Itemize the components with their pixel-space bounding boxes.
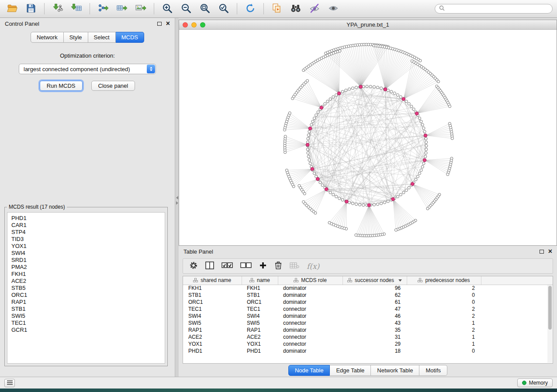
column-header-shared-name[interactable]: shared name: [183, 276, 242, 285]
network-node[interactable]: [307, 155, 310, 158]
network-node[interactable]: [329, 98, 332, 100]
network-node[interactable]: [307, 138, 309, 140]
network-node[interactable]: [408, 186, 410, 189]
network-node[interactable]: [298, 184, 301, 187]
network-node[interactable]: [421, 165, 424, 168]
network-node[interactable]: [319, 181, 322, 184]
scrollbar-thumb[interactable]: [548, 286, 552, 330]
network-node[interactable]: [351, 87, 354, 89]
function-builder-button[interactable]: f(x): [307, 262, 319, 271]
import-network-button[interactable]: [50, 2, 66, 16]
tab-node-table[interactable]: Node Table: [288, 365, 330, 376]
network-node[interactable]: [351, 202, 354, 205]
clone-network-button[interactable]: [269, 2, 285, 16]
network-node[interactable]: [437, 80, 439, 83]
delete-column-button[interactable]: [274, 261, 282, 271]
column-header-name[interactable]: name: [242, 276, 278, 285]
run-mcds-button[interactable]: Run MCDS: [40, 81, 83, 91]
network-node[interactable]: [425, 141, 428, 144]
zoom-out-button[interactable]: [178, 2, 194, 16]
network-node[interactable]: [359, 203, 361, 206]
network-node[interactable]: [285, 169, 288, 172]
mcds-result-item[interactable]: CAR1: [11, 222, 161, 229]
network-window-titlebar[interactable]: YPA_prune.txt_1: [179, 20, 557, 30]
column-header-MCDS-role[interactable]: MCDS role: [278, 276, 343, 285]
panel-splitter[interactable]: [175, 18, 179, 377]
tab-select[interactable]: Select: [88, 32, 116, 43]
network-node[interactable]: [418, 117, 421, 120]
network-node[interactable]: [373, 86, 375, 88]
zoom-in-button[interactable]: [159, 2, 175, 16]
close-window-icon[interactable]: [183, 22, 188, 28]
network-node[interactable]: [396, 94, 399, 96]
network-node[interactable]: [424, 155, 427, 158]
network-node[interactable]: [339, 50, 341, 52]
table-row[interactable]: RAP1RAP1dominator352: [183, 327, 553, 334]
mcds-result-item[interactable]: PMA2: [11, 264, 161, 271]
dominator-node[interactable]: [308, 127, 312, 130]
table-row[interactable]: ACE2ACE2connector311: [183, 334, 553, 340]
network-node[interactable]: [448, 105, 451, 107]
table-row[interactable]: ORC1ORC1dominator610: [183, 299, 553, 306]
show-hide-button[interactable]: [325, 2, 341, 16]
export-network-button[interactable]: [95, 2, 111, 16]
network-node[interactable]: [410, 105, 413, 108]
dominator-node[interactable]: [359, 85, 363, 89]
network-node[interactable]: [335, 94, 338, 96]
network-node[interactable]: [405, 100, 408, 103]
dominator-node[interactable]: [337, 92, 341, 95]
network-node[interactable]: [307, 134, 310, 136]
table-row[interactable]: YOX1YOX1connector291: [183, 340, 553, 347]
network-node[interactable]: [425, 151, 427, 154]
tab-network[interactable]: Network: [31, 32, 64, 43]
dominator-node[interactable]: [402, 97, 405, 101]
table-row[interactable]: PHD1PHD1dominator180: [183, 347, 553, 354]
network-node[interactable]: [425, 144, 428, 147]
mcds-result-item[interactable]: TEC1: [11, 320, 161, 327]
network-node[interactable]: [355, 234, 357, 236]
network-node[interactable]: [341, 90, 344, 93]
network-node[interactable]: [355, 86, 357, 89]
control-panel-float-button[interactable]: [157, 22, 162, 26]
zoom-selected-button[interactable]: [216, 2, 232, 16]
dominator-node[interactable]: [320, 106, 323, 110]
network-node[interactable]: [422, 162, 425, 165]
network-node[interactable]: [418, 172, 421, 175]
network-node[interactable]: [399, 193, 402, 196]
show-column-button[interactable]: [205, 261, 214, 271]
dominator-node[interactable]: [311, 167, 314, 171]
network-node[interactable]: [309, 162, 311, 165]
dominator-node[interactable]: [423, 158, 426, 162]
network-node[interactable]: [345, 89, 347, 92]
network-node[interactable]: [422, 127, 425, 129]
open-file-button[interactable]: [4, 2, 20, 16]
network-node[interactable]: [315, 114, 318, 117]
network-node[interactable]: [383, 201, 386, 204]
network-node[interactable]: [421, 124, 424, 126]
tab-style[interactable]: Style: [64, 32, 88, 43]
network-canvas[interactable]: [179, 30, 557, 246]
network-node[interactable]: [380, 202, 382, 205]
network-node[interactable]: [328, 221, 331, 224]
network-node[interactable]: [362, 204, 365, 206]
network-node[interactable]: [313, 172, 315, 175]
network-node[interactable]: [338, 197, 341, 199]
network-node[interactable]: [419, 59, 422, 62]
table-scrollbar[interactable]: [547, 285, 552, 363]
search-input[interactable]: [447, 6, 548, 12]
network-node[interactable]: [412, 108, 415, 110]
control-panel-close-button[interactable]: ×: [166, 21, 170, 26]
network-node[interactable]: [332, 193, 335, 196]
import-table-button[interactable]: [69, 2, 84, 16]
mcds-result-item[interactable]: ACE2: [11, 278, 161, 285]
mcds-result-item[interactable]: FKH1: [11, 271, 161, 278]
add-column-button[interactable]: [259, 261, 267, 271]
maximize-window-icon[interactable]: [200, 22, 205, 28]
table-panel-float-button[interactable]: [540, 250, 544, 254]
dominator-node[interactable]: [391, 197, 395, 201]
optimization-criterion-select[interactable]: largest connected component (undirected): [19, 64, 156, 74]
save-session-button[interactable]: [23, 2, 39, 16]
network-node[interactable]: [394, 229, 397, 231]
mcds-result-item[interactable]: YOX1: [11, 243, 161, 250]
table-settings-button[interactable]: [189, 261, 198, 271]
